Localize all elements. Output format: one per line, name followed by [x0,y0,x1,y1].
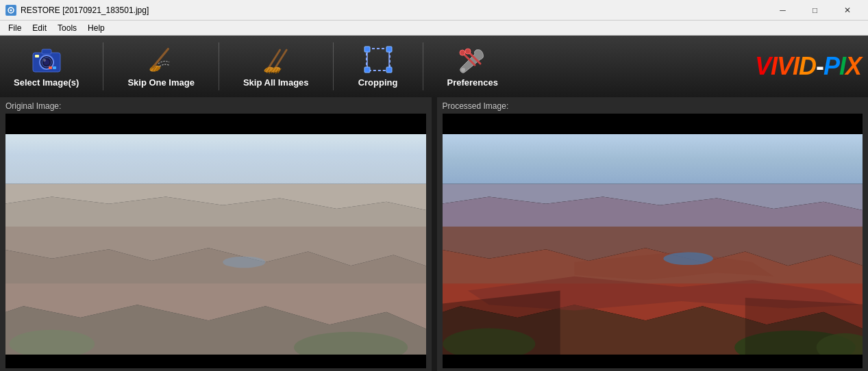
window-title: RESTORE [20170921_183501.jpg] [21,5,149,15]
processed-image-panel: Processed Image: [437,97,869,371]
titlebar-left: RESTORE [20170921_183501.jpg] [5,5,149,16]
cropping-button[interactable]: Cropping [351,41,406,92]
processed-bottom-bar [443,355,863,368]
separator-4 [423,42,423,90]
toolbar: Select Image(s) Skip One Image [0,36,868,97]
svg-rect-11 [53,66,56,69]
original-canyon-image [5,134,426,355]
minimize-button[interactable]: ─ [767,0,798,21]
content-area: Original Image: [0,97,868,371]
preferences-label: Preferences [447,77,498,88]
svg-rect-8 [35,55,39,57]
skip-one-label: Skip One Image [127,77,195,88]
processed-image-label: Processed Image: [443,101,863,111]
select-images-label: Select Image(s) [14,77,79,88]
preferences-button[interactable]: Preferences [441,41,505,92]
svg-rect-33 [364,67,370,73]
titlebar: RESTORE [20170921_183501.jpg] ─ □ ✕ [0,0,868,21]
svg-point-60 [663,252,713,265]
original-image-panel: Original Image: [0,97,432,371]
svg-rect-7 [42,49,51,54]
menubar: File Edit Tools Help [0,21,868,36]
separator-3 [333,42,334,90]
vivid-pix-logo: VIVID-PIX [755,52,861,81]
menu-edit[interactable]: Edit [27,22,52,34]
svg-point-9 [43,59,46,62]
separator-1 [103,42,103,90]
original-top-bar [5,114,426,134]
svg-point-39 [465,49,471,54]
maximize-button[interactable]: □ [799,0,830,21]
close-button[interactable]: ✕ [832,0,863,21]
original-image-container [5,114,426,368]
panel-divider [432,97,437,371]
menu-file[interactable]: File [3,22,27,34]
svg-rect-10 [49,66,52,69]
app-icon [5,5,16,16]
svg-point-37 [461,68,465,72]
svg-rect-31 [364,47,370,52]
processed-top-bar [443,114,863,134]
titlebar-controls: ─ □ ✕ [767,0,863,21]
svg-point-2 [10,9,12,11]
svg-rect-32 [386,47,392,52]
select-images-button[interactable]: Select Image(s) [7,41,86,92]
skip-one-button[interactable]: Skip One Image [121,41,201,92]
svg-rect-51 [443,134,863,184]
skip-all-button[interactable]: Skip All Images [236,41,316,92]
svg-point-38 [460,50,465,55]
processed-image-container [443,114,863,368]
svg-marker-65 [745,298,863,355]
original-bottom-bar [5,355,426,368]
menu-help[interactable]: Help [82,22,110,34]
separator-2 [219,42,219,90]
processed-canyon-image [443,134,863,355]
cropping-label: Cropping [358,77,398,88]
menu-tools[interactable]: Tools [52,22,82,34]
svg-rect-50 [5,134,426,355]
skip-all-label: Skip All Images [243,77,309,88]
original-image-label: Original Image: [5,101,426,111]
svg-rect-34 [386,67,392,73]
